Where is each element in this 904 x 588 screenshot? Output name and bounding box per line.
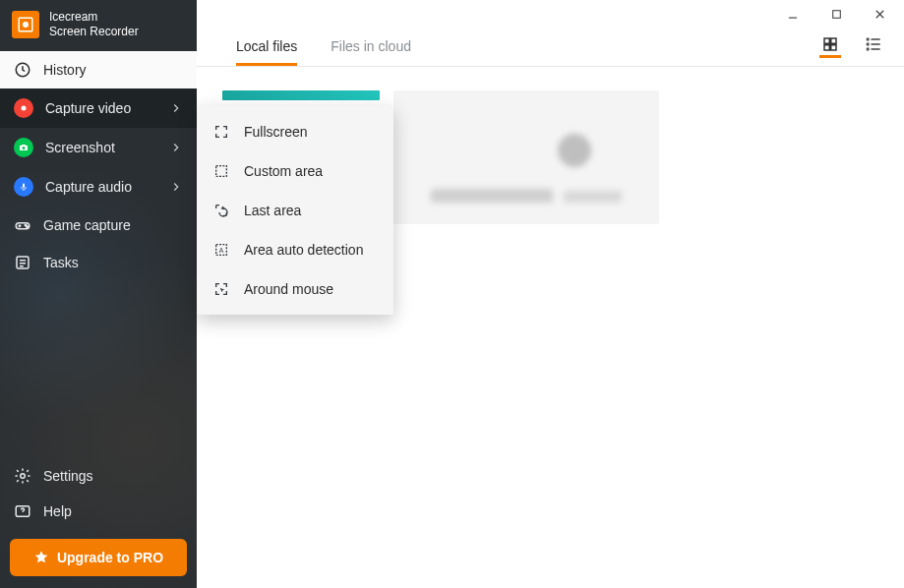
svg-point-19 bbox=[867, 48, 869, 50]
around-mouse-icon bbox=[212, 280, 230, 298]
sidebar-item-help[interactable]: Help bbox=[0, 494, 197, 529]
sidebar-item-label: Capture video bbox=[45, 100, 131, 116]
sidebar-item-label: Tasks bbox=[43, 255, 79, 270]
list-view-button[interactable] bbox=[863, 36, 884, 58]
thumbnail-preview bbox=[393, 90, 659, 224]
sidebar-item-settings[interactable]: Settings bbox=[0, 458, 197, 494]
tab-files-in-cloud[interactable]: Files in cloud bbox=[331, 29, 411, 66]
sidebar-item-label: Game capture bbox=[43, 217, 131, 233]
sidebar-item-label: History bbox=[43, 62, 87, 78]
sidebar-item-game-capture[interactable]: Game capture bbox=[0, 206, 197, 244]
app-logo-icon bbox=[12, 11, 39, 38]
grid-view-button[interactable] bbox=[819, 36, 841, 58]
sidebar-item-label: Settings bbox=[43, 468, 93, 484]
camera-icon bbox=[14, 138, 33, 157]
flyout-item-label: Fullscreen bbox=[244, 124, 308, 140]
sidebar-item-tasks[interactable]: Tasks bbox=[0, 244, 197, 281]
tab-local-files[interactable]: Local files bbox=[236, 29, 297, 66]
help-icon bbox=[14, 502, 31, 520]
mic-icon bbox=[14, 177, 33, 197]
tasks-icon bbox=[14, 254, 31, 271]
chevron-right-icon bbox=[169, 141, 183, 154]
sidebar: Icecream Screen Recorder History Capture… bbox=[0, 0, 197, 588]
sidebar-item-history[interactable]: History bbox=[0, 51, 197, 88]
nav-bottom: Settings Help bbox=[0, 458, 197, 529]
flyout-item-label: Custom area bbox=[244, 163, 323, 179]
flyout-item-label: Area auto detection bbox=[244, 242, 363, 258]
record-icon bbox=[14, 98, 33, 118]
tab-label: Files in cloud bbox=[331, 38, 411, 54]
svg-point-18 bbox=[867, 43, 869, 45]
chevron-right-icon bbox=[169, 101, 183, 115]
svg-point-8 bbox=[27, 226, 29, 228]
svg-rect-20 bbox=[216, 166, 227, 177]
brand-line1: Icecream bbox=[49, 10, 139, 25]
minimize-button[interactable] bbox=[784, 5, 802, 23]
svg-point-3 bbox=[22, 106, 27, 111]
view-toggles bbox=[819, 36, 884, 58]
gamepad-icon bbox=[14, 216, 31, 234]
tab-label: Local files bbox=[236, 38, 297, 54]
gear-icon bbox=[14, 467, 31, 485]
grid-icon bbox=[821, 35, 839, 53]
sidebar-item-screenshot[interactable]: Screenshot bbox=[0, 128, 197, 167]
svg-rect-16 bbox=[831, 45, 836, 50]
thumbnail-header-strip bbox=[222, 90, 380, 100]
window-controls bbox=[197, 0, 904, 28]
close-button[interactable] bbox=[871, 5, 888, 23]
svg-point-17 bbox=[867, 38, 869, 40]
svg-rect-15 bbox=[824, 45, 829, 50]
svg-rect-12 bbox=[832, 10, 840, 18]
svg-rect-14 bbox=[831, 38, 836, 43]
upgrade-button[interactable]: Upgrade to PRO bbox=[10, 539, 187, 576]
capture-video-flyout: Fullscreen Custom area Last area A Area … bbox=[197, 106, 393, 315]
flyout-item-around-mouse[interactable]: Around mouse bbox=[197, 269, 393, 309]
svg-point-10 bbox=[21, 474, 26, 479]
flyout-item-label: Last area bbox=[244, 203, 301, 218]
svg-rect-5 bbox=[23, 184, 25, 189]
thumbnails bbox=[222, 90, 878, 100]
svg-point-1 bbox=[23, 22, 29, 28]
upgrade-label: Upgrade to PRO bbox=[57, 550, 163, 565]
star-icon bbox=[33, 550, 49, 565]
svg-point-4 bbox=[23, 147, 26, 149]
app-window: Icecream Screen Recorder History Capture… bbox=[0, 0, 904, 588]
fullscreen-icon bbox=[212, 123, 230, 141]
thumbnail-item[interactable] bbox=[222, 90, 380, 100]
tabs-row: Local files Files in cloud bbox=[197, 28, 904, 67]
svg-rect-13 bbox=[824, 38, 829, 43]
sidebar-item-capture-audio[interactable]: Capture audio bbox=[0, 167, 197, 206]
sidebar-item-label: Help bbox=[43, 503, 72, 519]
sidebar-spacer bbox=[0, 281, 197, 458]
flyout-item-area-auto-detection[interactable]: A Area auto detection bbox=[197, 230, 393, 269]
svg-text:A: A bbox=[219, 247, 224, 254]
flyout-item-label: Around mouse bbox=[244, 281, 333, 297]
clock-icon bbox=[14, 61, 31, 79]
auto-detect-icon: A bbox=[212, 241, 230, 259]
sidebar-item-label: Screenshot bbox=[45, 140, 115, 155]
flyout-item-custom-area[interactable]: Custom area bbox=[197, 151, 393, 191]
thumbnail-item[interactable] bbox=[393, 90, 659, 224]
nav-main: History Capture video Screenshot bbox=[0, 51, 197, 281]
chevron-right-icon bbox=[169, 180, 183, 194]
maximize-button[interactable] bbox=[827, 5, 845, 23]
brand-text: Icecream Screen Recorder bbox=[49, 10, 139, 39]
flyout-item-fullscreen[interactable]: Fullscreen bbox=[197, 112, 393, 151]
brand-line2: Screen Recorder bbox=[49, 25, 139, 39]
last-area-icon bbox=[212, 202, 230, 219]
flyout-item-last-area[interactable]: Last area bbox=[197, 191, 393, 230]
custom-area-icon bbox=[212, 162, 230, 180]
brand: Icecream Screen Recorder bbox=[0, 0, 197, 51]
sidebar-item-label: Capture audio bbox=[45, 179, 132, 195]
sidebar-item-capture-video[interactable]: Capture video bbox=[0, 88, 197, 128]
list-icon bbox=[864, 34, 883, 54]
